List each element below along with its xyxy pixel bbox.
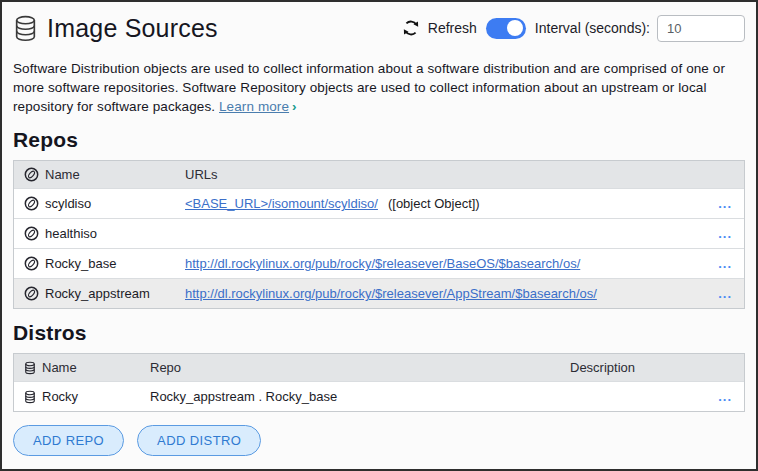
- repo-circle-icon: [24, 226, 39, 241]
- distro-repo: Rocky_appstream . Rocky_base: [150, 389, 337, 404]
- distro-name-cell: Rocky: [14, 389, 144, 404]
- add-repo-button[interactable]: ADD REPO: [13, 425, 124, 456]
- page-title: Image Sources: [47, 14, 218, 43]
- row-menu-button[interactable]: ...: [718, 260, 732, 268]
- repo-name-cell: Rocky_appstream: [14, 286, 179, 301]
- repo-circle-icon: [24, 286, 39, 301]
- refresh-label: Refresh: [428, 20, 477, 36]
- row-menu-button[interactable]: ...: [718, 230, 732, 238]
- repo-circle-icon: [24, 167, 39, 182]
- database-small-icon: [24, 361, 36, 375]
- add-distro-button[interactable]: ADD DISTRO: [137, 425, 261, 456]
- repos-table-body: scyldiso<BASE_URL>/isomount/scyldiso/([o…: [14, 188, 744, 308]
- repos-header-name: Name: [14, 167, 179, 182]
- repo-url-cell: http://dl.rockylinux.org/pub/rocky/$rele…: [179, 256, 706, 271]
- table-row: RockyRocky_appstream . Rocky_base...: [14, 381, 744, 411]
- repos-table-header: Name URLs: [14, 161, 744, 188]
- repo-name: Rocky_base: [45, 256, 117, 271]
- page-header: Image Sources Refresh Interval (seconds)…: [13, 10, 745, 46]
- repos-heading: Repos: [13, 128, 745, 152]
- description-text: Software Distribution objects are used t…: [13, 61, 725, 114]
- repo-url-link[interactable]: http://dl.rockylinux.org/pub/rocky/$rele…: [185, 256, 580, 271]
- learn-more-link[interactable]: Learn more: [219, 99, 289, 114]
- distros-heading: Distros: [13, 321, 745, 345]
- distro-name: Rocky: [42, 389, 78, 404]
- repo-name: healthiso: [45, 226, 97, 241]
- repos-table: Name URLs scyldiso<BASE_URL>/isomount/sc…: [13, 160, 745, 309]
- title-group: Image Sources: [13, 14, 218, 43]
- interval-label: Interval (seconds):: [535, 20, 650, 36]
- distro-repo-cell: Rocky_appstream . Rocky_base: [144, 389, 564, 404]
- table-row: Rocky_appstreamhttp://dl.rockylinux.org/…: [14, 278, 744, 308]
- repo-url-cell: <BASE_URL>/isomount/scyldiso/([object Ob…: [179, 196, 706, 211]
- distros-header-name-label: Name: [42, 360, 77, 375]
- repo-actions-cell: ...: [706, 200, 744, 208]
- repo-actions-cell: ...: [706, 260, 744, 268]
- repo-actions-cell: ...: [706, 230, 744, 238]
- repo-circle-icon: [24, 256, 39, 271]
- repo-name-cell: healthiso: [14, 226, 179, 241]
- description: Software Distribution objects are used t…: [13, 59, 745, 116]
- repo-name: Rocky_appstream: [45, 286, 150, 301]
- repo-actions-cell: ...: [706, 290, 744, 298]
- distros-table-body: RockyRocky_appstream . Rocky_base...: [14, 381, 744, 411]
- toggle-knob: [507, 20, 523, 36]
- action-buttons: ADD REPO ADD DISTRO: [13, 425, 745, 456]
- row-menu-button[interactable]: ...: [718, 200, 732, 208]
- database-small-icon: [24, 390, 36, 404]
- refresh-icon[interactable]: [401, 18, 421, 38]
- distros-table-header: Name Repo Description: [14, 354, 744, 381]
- refresh-toggle[interactable]: [486, 18, 526, 39]
- distros-header-description: Description: [564, 360, 706, 375]
- table-row: scyldiso<BASE_URL>/isomount/scyldiso/([o…: [14, 188, 744, 218]
- header-controls: Refresh Interval (seconds):: [401, 15, 745, 42]
- table-row: Rocky_basehttp://dl.rockylinux.org/pub/r…: [14, 248, 744, 278]
- repos-header-name-label: Name: [45, 167, 80, 182]
- repo-name-cell: scyldiso: [14, 196, 179, 211]
- table-row: healthiso...: [14, 218, 744, 248]
- distros-table: Name Repo Description RockyRocky_appstre…: [13, 353, 745, 412]
- distros-header-name: Name: [14, 360, 144, 375]
- repo-circle-icon: [24, 196, 39, 211]
- repo-url-suffix: ([object Object]): [384, 196, 480, 211]
- repo-name-cell: Rocky_base: [14, 256, 179, 271]
- distros-header-repo: Repo: [144, 360, 564, 375]
- interval-input[interactable]: [657, 15, 745, 42]
- database-icon: [13, 15, 38, 42]
- distro-actions-cell: ...: [706, 393, 744, 401]
- repos-header-urls-label: URLs: [185, 167, 218, 182]
- row-menu-button[interactable]: ...: [718, 290, 732, 298]
- distros-header-repo-label: Repo: [150, 360, 181, 375]
- distros-header-description-label: Description: [570, 360, 635, 375]
- repo-name: scyldiso: [45, 196, 91, 211]
- repo-url-link[interactable]: <BASE_URL>/isomount/scyldiso/: [185, 196, 378, 211]
- chevron-right-icon: ›: [289, 97, 297, 116]
- repo-url-cell: http://dl.rockylinux.org/pub/rocky/$rele…: [179, 286, 706, 301]
- row-menu-button[interactable]: ...: [718, 393, 732, 401]
- repos-header-urls: URLs: [179, 167, 706, 182]
- repo-url-link[interactable]: http://dl.rockylinux.org/pub/rocky/$rele…: [185, 286, 597, 301]
- page: Image Sources Refresh Interval (seconds)…: [2, 2, 756, 456]
